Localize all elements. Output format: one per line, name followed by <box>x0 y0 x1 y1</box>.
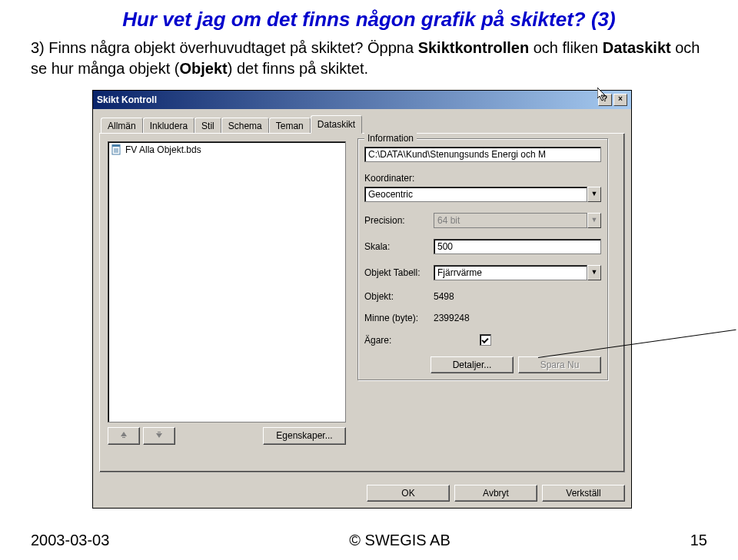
sort-asc-icon <box>119 430 128 439</box>
left-column: FV Alla Objekt.bds Egenskaper... <box>108 141 346 445</box>
label-koordinater: Koordinater: <box>364 173 434 184</box>
precision-select: 64 bit <box>434 213 587 228</box>
label-objekttabell: Objekt Tabell: <box>364 267 434 278</box>
svg-rect-1 <box>112 144 120 147</box>
sort-desc-icon <box>155 430 164 439</box>
label-minne: Minne (byte): <box>364 313 434 323</box>
skikt-kontroll-dialog: Skikt Kontroll ? × Allmän Inkludera Stil… <box>92 90 632 509</box>
tabpanel-dataskikt: FV Alla Objekt.bds Egenskaper... Info <box>99 133 625 472</box>
tabstrip: Allmän Inkludera Stil Schema Teman Datas… <box>99 115 625 134</box>
list-button-row: Egenskaper... <box>108 427 346 445</box>
titlebar-text: Skikt Kontroll <box>97 94 597 105</box>
page-footer: 2003-03-03 © SWEGIS AB 15 <box>0 532 738 549</box>
tab-schema[interactable]: Schema <box>221 118 269 134</box>
ok-button[interactable]: OK <box>367 485 450 502</box>
list-item[interactable]: FV Alla Objekt.bds <box>110 144 344 156</box>
label-skala: Skala: <box>364 241 434 252</box>
path-field[interactable]: C:\DATA\Kund\Stenungsunds Energi och M <box>364 147 601 162</box>
intro-bold-2: Dataskikt <box>603 39 671 56</box>
value-objekt: 5498 <box>434 291 454 302</box>
save-now-button[interactable]: Spara Nu <box>518 356 601 373</box>
intro-text-1: 3) Finns några objekt överhuvudtaget på … <box>31 39 418 56</box>
cancel-button[interactable]: Avbryt <box>454 485 537 502</box>
objekttabell-select[interactable]: Fjärrvärme <box>434 265 587 280</box>
dialog-body: Allmän Inkludera Stil Schema Teman Datas… <box>93 109 631 479</box>
tab-allman[interactable]: Allmän <box>101 118 143 134</box>
titlebar[interactable]: Skikt Kontroll ? × <box>93 91 631 109</box>
row-precision: Precision: 64 bit ▼ <box>364 213 601 228</box>
dialog-button-row: OK Avbryt Verkställ <box>93 479 631 508</box>
intro-paragraph: 3) Finns några objekt överhuvudtaget på … <box>31 38 707 79</box>
chevron-down-icon[interactable]: ▼ <box>587 187 601 202</box>
sort-desc-button[interactable] <box>143 427 175 445</box>
information-groupbox: Information C:\DATA\Kund\Stenungsunds En… <box>357 138 608 380</box>
koordinater-select[interactable]: Geocentric <box>364 187 587 202</box>
intro-bold-1: Skiktkontrollen <box>418 39 529 56</box>
cursor-icon <box>597 88 608 103</box>
close-button[interactable]: × <box>613 94 627 106</box>
row-skala: Skala: 500 <box>364 239 601 254</box>
row-agare: Ägare: <box>364 334 601 346</box>
row-objekttabell: Objekt Tabell: Fjärrvärme ▼ <box>364 265 601 280</box>
tab-teman[interactable]: Teman <box>269 118 311 134</box>
page-heading: Hur vet jag om det finns någon grafik på… <box>0 8 738 31</box>
footer-date: 2003-03-03 <box>31 532 109 549</box>
label-precision: Precision: <box>364 215 434 226</box>
row-koordinater: Koordinater: <box>364 173 601 184</box>
footer-page-number: 15 <box>690 532 707 549</box>
intro-text-4: ) det finns på skiktet. <box>228 60 368 77</box>
value-minne: 2399248 <box>434 313 470 323</box>
row-objekt: Objekt: 5498 <box>364 291 601 302</box>
tab-inkludera[interactable]: Inkludera <box>143 118 194 134</box>
label-agare: Ägare: <box>364 335 434 346</box>
tab-dataskikt[interactable]: Dataskikt <box>311 115 362 134</box>
footer-copyright: © SWEGIS AB <box>349 532 450 549</box>
sort-asc-button[interactable] <box>108 427 140 445</box>
groupbox-title: Information <box>364 133 417 144</box>
document-icon <box>111 144 122 155</box>
right-column: Information C:\DATA\Kund\Stenungsunds En… <box>357 138 608 380</box>
agare-checkbox[interactable] <box>480 334 491 346</box>
intro-text-2: och fliken <box>529 39 603 56</box>
layer-listbox[interactable]: FV Alla Objekt.bds <box>108 141 346 422</box>
label-objekt: Objekt: <box>364 291 434 302</box>
apply-button[interactable]: Verkställ <box>542 485 625 502</box>
chevron-down-icon[interactable]: ▼ <box>587 265 601 280</box>
tab-stil[interactable]: Stil <box>194 118 221 134</box>
details-button[interactable]: Detaljer... <box>430 356 514 373</box>
skala-input[interactable]: 500 <box>434 239 601 254</box>
properties-button[interactable]: Egenskaper... <box>263 427 346 445</box>
row-minne: Minne (byte): 2399248 <box>364 313 601 323</box>
list-item-label: FV Alla Objekt.bds <box>125 144 201 155</box>
chevron-down-icon: ▼ <box>587 213 601 228</box>
intro-bold-3: Objekt <box>179 60 227 77</box>
